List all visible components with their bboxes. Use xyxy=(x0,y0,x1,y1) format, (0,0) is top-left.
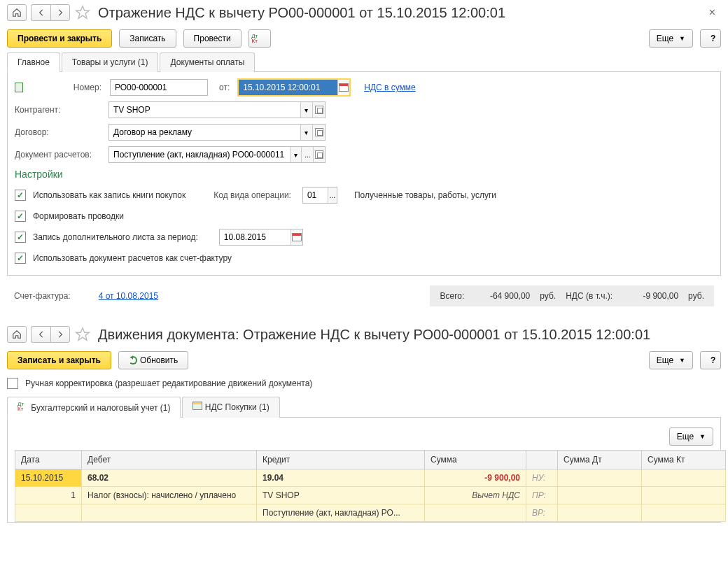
tab-main[interactable]: Главное xyxy=(7,52,60,72)
toolbar-1: Отражение НДС к вычету РО00-000001 от 15… xyxy=(0,0,728,25)
toolbar-2: Движения документа: Отражение НДС к выче… xyxy=(0,322,728,347)
chk-purchase-book[interactable] xyxy=(15,190,26,201)
dtkt-button[interactable] xyxy=(248,29,271,48)
opcode-input[interactable]: ... xyxy=(302,187,337,204)
cell-sum: -9 900,00 xyxy=(425,469,526,487)
home-button[interactable] xyxy=(7,4,27,21)
home-button-2[interactable] xyxy=(7,326,27,343)
col-date[interactable]: Дата xyxy=(15,451,82,469)
chk-use-as-invoice-label: Использовать документ расчетов как счет-… xyxy=(33,253,232,263)
number-label: Номер: xyxy=(29,83,102,92)
save-and-close-button[interactable]: Записать и закрыть xyxy=(7,351,111,369)
from-label: от: xyxy=(219,83,230,92)
back-button-2[interactable] xyxy=(31,326,50,343)
calendar-btn-2[interactable] xyxy=(290,229,302,245)
page-title-1: Отражение НДС к вычету РО00-000001 от 15… xyxy=(98,5,505,21)
cell-vr: ВР: xyxy=(526,504,558,522)
counterparty-label: Контрагент: xyxy=(15,105,104,115)
cell-debit-2: Налог (взносы): начислено / уплачено xyxy=(82,487,257,504)
number-input[interactable] xyxy=(110,79,208,96)
invoice-label: Счет-фактура: xyxy=(14,291,71,301)
cell-credit-3: Поступление (акт, накладная) РО... xyxy=(257,504,425,522)
dtkt-icon xyxy=(249,34,260,43)
forward-button-2[interactable] xyxy=(50,326,70,343)
counterparty-input[interactable]: ▾ xyxy=(108,101,326,118)
vat-label: НДС (в т.ч.): xyxy=(566,291,612,301)
col-sum-kt[interactable]: Сумма Кт xyxy=(642,451,726,469)
table-row[interactable]: 1 Налог (взносы): начислено / уплачено T… xyxy=(15,487,726,504)
contract-label: Договор: xyxy=(15,127,104,137)
cell-credit-2: TV SHOP xyxy=(257,487,425,504)
chk-form-entries[interactable] xyxy=(15,211,26,222)
vat-currency: руб. xyxy=(688,291,704,301)
chk-purchase-book-label: Использовать как запись книги покупок xyxy=(33,190,186,200)
counterparty-dropdown[interactable]: ▾ xyxy=(300,102,313,118)
more-button-3[interactable]: Еще▼ xyxy=(669,427,713,446)
cell-nu: НУ: xyxy=(526,469,558,487)
table-row[interactable]: 15.10.2015 68.02 19.04 -9 900,00 НУ: xyxy=(15,469,726,487)
tab-payments[interactable]: Документы оплаты xyxy=(160,52,255,72)
entries-grid: Дата Дебет Кредит Сумма Сумма Дт Сумма К… xyxy=(15,450,726,522)
col-empty xyxy=(526,451,558,469)
col-sum[interactable]: Сумма xyxy=(425,451,526,469)
tab-accounting[interactable]: Бухгалтерский и налоговый учет (1) xyxy=(7,397,181,418)
invoice-link[interactable]: 4 от 10.08.2015 xyxy=(99,291,158,301)
cell-pr: ПР: xyxy=(526,487,558,504)
forward-button[interactable] xyxy=(50,4,70,21)
contract-open[interactable] xyxy=(312,125,325,140)
col-credit[interactable]: Кредит xyxy=(257,451,425,469)
vat-value: -9 900,00 xyxy=(622,291,678,301)
favorite-icon[interactable] xyxy=(74,4,91,21)
refresh-icon xyxy=(129,356,137,365)
settlement-open[interactable] xyxy=(313,147,325,162)
opcode-desc: Полученные товары, работы, услуги xyxy=(354,190,496,200)
form-main: Номер: от: НДС в сумме Контрагент: ▾ Дог… xyxy=(7,72,721,276)
counterparty-open[interactable] xyxy=(312,102,325,118)
post-button[interactable]: Провести xyxy=(183,29,241,48)
tab-vat-purchases[interactable]: НДС Покупки (1) xyxy=(182,397,279,418)
chk-additional-sheet[interactable] xyxy=(15,232,26,243)
settlement-more[interactable]: ... xyxy=(301,147,313,162)
date-input[interactable] xyxy=(238,79,350,96)
post-and-close-button[interactable]: Провести и закрыть xyxy=(7,29,112,48)
cell-num: 1 xyxy=(15,487,82,504)
total-currency: руб. xyxy=(540,291,556,301)
more-button-1[interactable]: Еще▼ xyxy=(649,29,693,48)
col-debit[interactable]: Дебет xyxy=(82,451,257,469)
contract-dropdown[interactable]: ▾ xyxy=(300,125,313,140)
summary-bar: Счет-фактура: 4 от 10.08.2015 Всего: -64… xyxy=(7,280,721,312)
cell-sum-2: Вычет НДС xyxy=(425,487,526,504)
tabs-1: Главное Товары и услуги (1) Документы оп… xyxy=(7,52,721,72)
contract-input[interactable]: ▾ xyxy=(108,124,326,141)
settlement-label: Документ расчетов: xyxy=(15,150,104,160)
total-value: -64 900,00 xyxy=(474,291,530,301)
chk-additional-sheet-label: Запись дополнительного листа за период: xyxy=(33,232,198,242)
total-label: Всего: xyxy=(440,291,464,301)
chk-manual-correction[interactable] xyxy=(7,378,18,389)
vat-mode-link[interactable]: НДС в сумме xyxy=(364,83,416,92)
chk-use-as-invoice[interactable] xyxy=(15,253,26,264)
cell-debit: 68.02 xyxy=(82,469,257,487)
dtkt-icon-tab xyxy=(18,402,29,411)
cell-credit: 19.04 xyxy=(257,469,425,487)
favorite-icon-2[interactable] xyxy=(74,326,91,343)
table-row[interactable]: Поступление (акт, накладная) РО... ВР: xyxy=(15,504,726,522)
settlement-dropdown[interactable]: ▾ xyxy=(290,147,302,162)
additional-date-input[interactable] xyxy=(219,229,303,246)
save-button[interactable]: Записать xyxy=(119,29,176,48)
back-button[interactable] xyxy=(31,4,50,21)
opcode-label: Код вида операции: xyxy=(214,190,291,200)
cell-date: 15.10.2015 xyxy=(15,469,82,487)
opcode-more[interactable]: ... xyxy=(328,188,337,203)
tab-goods[interactable]: Товары и услуги (1) xyxy=(62,52,159,72)
close-button-1[interactable]: × xyxy=(704,6,721,19)
refresh-button[interactable]: Обновить xyxy=(118,351,188,369)
help-button-2[interactable]: ? xyxy=(700,351,721,369)
more-button-2[interactable]: Еще▼ xyxy=(649,351,693,369)
col-sum-dt[interactable]: Сумма Дт xyxy=(558,451,642,469)
help-button-1[interactable]: ? xyxy=(700,29,721,48)
table-icon xyxy=(192,402,202,410)
calendar-btn-1[interactable] xyxy=(337,80,350,95)
settlement-input[interactable]: ▾ ... xyxy=(108,146,326,163)
page-title-2: Движения документа: Отражение НДС к выче… xyxy=(98,327,650,343)
